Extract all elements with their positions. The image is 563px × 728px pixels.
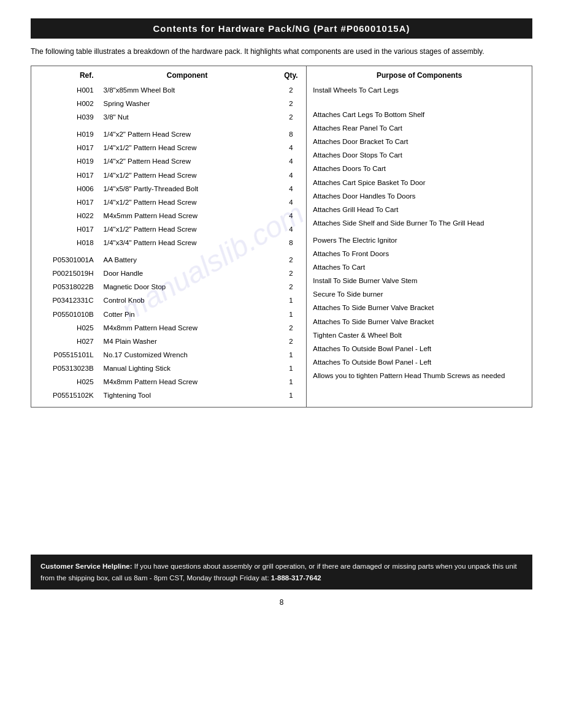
- purpose-row: Allows you to tighten Pattern Head Thumb…: [307, 369, 532, 382]
- purpose-row: Attaches Door Bracket To Cart: [307, 135, 532, 148]
- qty-h025a: 2: [276, 321, 307, 335]
- purpose-p05301001a: Powers The Electric Ignitor: [307, 233, 532, 247]
- table-row: H002 Spring Washer 2: [31, 97, 306, 110]
- comp-h018: 1/4"x3/4" Pattern Head Screw: [99, 236, 276, 249]
- purpose-h019a: Attaches Cart Legs To Bottom Shelf: [307, 108, 532, 121]
- table-row: H039 3/8" Nut 2: [31, 110, 306, 124]
- table-row: P03412331C Control Knob 1: [31, 294, 306, 307]
- qty-p05318022b: 2: [276, 280, 307, 294]
- table-row: H017 1/4"x1/2" Pattern Head Screw 4: [31, 195, 306, 209]
- comp-p05515101l: No.17 Customized Wrench: [99, 348, 276, 362]
- footer-phone: 1-888-317-7642: [271, 574, 321, 582]
- qty-h025b: 1: [276, 375, 307, 389]
- comp-p03412331c: Control Knob: [99, 294, 276, 307]
- ref-h002: H002: [31, 97, 99, 110]
- purpose-row: Attaches To Outside Bowl Panel - Left: [307, 342, 532, 355]
- ref-h019a: H019: [31, 127, 99, 141]
- purpose-row: Attaches Door Handles To Doors: [307, 189, 532, 203]
- purpose-row: Attaches Door Stops To Cart: [307, 148, 532, 162]
- table-row: H025 M4x8mm Pattern Head Screw 2: [31, 321, 306, 335]
- comp-h022: M4x5mm Pattern Head Screw: [99, 209, 276, 222]
- purpose-row: Attaches To Cart: [307, 260, 532, 274]
- comp-p05301001a: AA Battery: [99, 253, 276, 267]
- purpose-row: Attaches To Outside Bowl Panel - Left: [307, 355, 532, 369]
- qty-h006: 4: [276, 182, 307, 195]
- table-row: P05313023B Manual Lighting Stick 1: [31, 362, 306, 375]
- comp-h017a: 1/4"x1/2" Pattern Head Screw: [99, 141, 276, 154]
- ref-h025a: H025: [31, 321, 99, 335]
- purpose-row: Attaches Cart Legs To Bottom Shelf: [307, 108, 532, 121]
- qty-h017b: 4: [276, 169, 307, 182]
- ref-h025b: H025: [31, 375, 99, 389]
- ref-p05501010b: P05501010B: [31, 308, 99, 321]
- qty-p05515102k: 1: [276, 389, 307, 402]
- comp-h001: 3/8"x85mm Wheel Bolt: [99, 83, 276, 97]
- ref-h017c: H017: [31, 195, 99, 209]
- ref-h006: H006: [31, 182, 99, 195]
- purpose-h025a: Attaches To Side Burner Valve Bracket: [307, 301, 532, 314]
- qty-h017d: 4: [276, 222, 307, 236]
- header-ref: Ref.: [31, 66, 99, 83]
- ref-p05313023b: P05313023B: [31, 362, 99, 375]
- page-title: Contents for Hardware Pack/NG (Part #P06…: [31, 18, 532, 39]
- purpose-row: Attaches Side Shelf and Side Burner To T…: [307, 216, 532, 230]
- ref-h018: H018: [31, 236, 99, 249]
- comp-h006: 1/4"x5/8" Partly-Threaded Bolt: [99, 182, 276, 195]
- ref-h017b: H017: [31, 169, 99, 182]
- ref-h027: H027: [31, 335, 99, 348]
- comp-p05515102k: Tightening Tool: [99, 389, 276, 402]
- purpose-p05318022b: Attaches To Cart: [307, 260, 532, 274]
- table-row: P05515101L No.17 Customized Wrench 1: [31, 348, 306, 362]
- comp-h019a: 1/4"x2" Pattern Head Screw: [99, 127, 276, 141]
- qty-p05501010b: 1: [276, 308, 307, 321]
- comp-h017c: 1/4"x1/2" Pattern Head Screw: [99, 195, 276, 209]
- qty-h027: 2: [276, 335, 307, 348]
- qty-h002: 2: [276, 97, 307, 110]
- table-row: P00215019H Door Handle 2: [31, 267, 306, 280]
- table-row: H025 M4x8mm Pattern Head Screw 1: [31, 375, 306, 389]
- purpose-row: Powers The Electric Ignitor: [307, 233, 532, 247]
- table-row: P05301001A AA Battery 2: [31, 253, 306, 267]
- comp-p05318022b: Magnetic Door Stop: [99, 280, 276, 294]
- comp-h039: 3/8" Nut: [99, 110, 276, 124]
- qty-h018: 8: [276, 236, 307, 249]
- purpose-h025b: Attaches To Outside Bowl Panel - Left: [307, 355, 532, 369]
- purpose-row: Tighten Caster & Wheel Bolt: [307, 328, 532, 342]
- table-row: P05501010B Cotter Pin 1: [31, 308, 306, 321]
- purpose-row: Attaches To Side Burner Valve Bracket: [307, 301, 532, 314]
- ref-h019b: H019: [31, 154, 99, 168]
- qty-h019b: 4: [276, 154, 307, 168]
- qty-h019a: 8: [276, 127, 307, 141]
- purpose-p05515101l: Tighten Caster & Wheel Bolt: [307, 328, 532, 342]
- footer-helpline: Customer Service Helpline: If you have q…: [31, 555, 532, 590]
- qty-p05313023b: 1: [276, 362, 307, 375]
- qty-h001: 2: [276, 83, 307, 97]
- comp-h002: Spring Washer: [99, 97, 276, 110]
- table-row: H017 1/4"x1/2" Pattern Head Screw 4: [31, 222, 306, 236]
- purpose-h006: Attaches Doors To Cart: [307, 162, 532, 175]
- purpose-h001: Install Wheels To Cart Legs: [307, 83, 532, 97]
- purpose-p05515102k: Allows you to tighten Pattern Head Thumb…: [307, 369, 532, 382]
- table-row: H019 1/4"x2" Pattern Head Screw 4: [31, 154, 306, 168]
- purpose-h018: Attaches Side Shelf and Side Burner To T…: [307, 216, 532, 230]
- qty-h039: 2: [276, 110, 307, 124]
- purpose-h017a: Attaches Rear Panel To Cart: [307, 121, 532, 135]
- qty-p05301001a: 2: [276, 253, 307, 267]
- table-row: H018 1/4"x3/4" Pattern Head Screw 8: [31, 236, 306, 249]
- purpose-row: Secure To Side burner: [307, 287, 532, 301]
- purpose-p05313023b: Attaches To Outside Bowl Panel - Left: [307, 342, 532, 355]
- purpose-row: Install To Side Burner Valve Stem: [307, 274, 532, 287]
- qty-p00215019h: 2: [276, 267, 307, 280]
- header-component: Component: [99, 66, 276, 83]
- purpose-h017d: Attaches Grill Head To Cart: [307, 203, 532, 216]
- ref-p00215019h: P00215019H: [31, 267, 99, 280]
- purpose-row: Attaches Rear Panel To Cart: [307, 121, 532, 135]
- ref-p05515101l: P05515101L: [31, 348, 99, 362]
- table-row: P05515102K Tightening Tool 1: [31, 389, 306, 402]
- ref-p05301001a: P05301001A: [31, 253, 99, 267]
- table-row: H001 3/8"x85mm Wheel Bolt 2: [31, 83, 306, 97]
- purpose-row: Attaches Cart Spice Basket To Door: [307, 176, 532, 189]
- ref-h022: H022: [31, 209, 99, 222]
- comp-h019b: 1/4"x2" Pattern Head Screw: [99, 154, 276, 168]
- qty-p05515101l: 1: [276, 348, 307, 362]
